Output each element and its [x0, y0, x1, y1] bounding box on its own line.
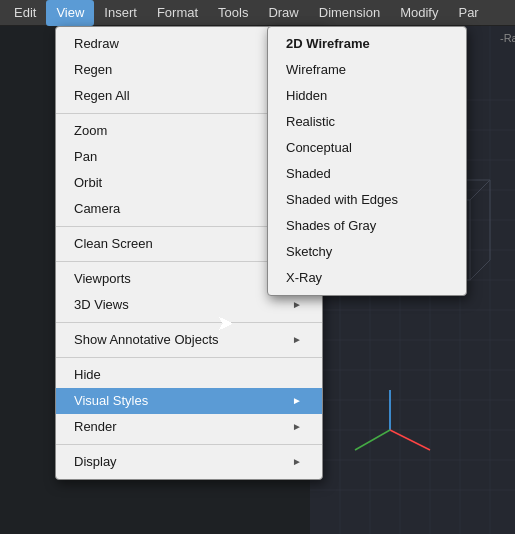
menu-dimension[interactable]: Dimension — [309, 0, 390, 26]
menu-item-conceptual[interactable]: Conceptual — [268, 135, 466, 161]
menu-item-2d-wireframe[interactable]: 2D Wireframe — [268, 31, 466, 57]
menu-item-shades-of-gray[interactable]: Shades of Gray — [268, 213, 466, 239]
menu-insert[interactable]: Insert — [94, 0, 147, 26]
menu-edit[interactable]: Edit — [4, 0, 46, 26]
menu-item-show-annotative[interactable]: Show Annotative Objects ► — [56, 327, 322, 353]
svg-text:-Ray: -Ray — [500, 32, 515, 44]
visual-styles-submenu: 2D Wireframe Wireframe Hidden Realistic … — [267, 26, 467, 296]
menu-item-render[interactable]: Render ► — [56, 414, 322, 440]
separator-5 — [56, 357, 322, 358]
menu-item-hide[interactable]: Hide — [56, 362, 322, 388]
menu-item-sketchy[interactable]: Sketchy — [268, 239, 466, 265]
separator-6 — [56, 444, 322, 445]
menu-format[interactable]: Format — [147, 0, 208, 26]
menu-modify[interactable]: Modify — [390, 0, 448, 26]
menu-item-xray[interactable]: X-Ray — [268, 265, 466, 291]
menu-draw[interactable]: Draw — [258, 0, 308, 26]
menu-item-realistic[interactable]: Realistic — [268, 109, 466, 135]
menu-tools[interactable]: Tools — [208, 0, 258, 26]
separator-4 — [56, 322, 322, 323]
menu-item-shaded[interactable]: Shaded — [268, 161, 466, 187]
menu-item-shaded-with-edges[interactable]: Shaded with Edges — [268, 187, 466, 213]
menu-item-hidden[interactable]: Hidden — [268, 83, 466, 109]
menu-item-display[interactable]: Display ► — [56, 449, 322, 475]
menu-par[interactable]: Par — [448, 0, 488, 26]
menubar: Edit View Insert Format Tools Draw Dimen… — [0, 0, 515, 26]
menu-view[interactable]: View — [46, 0, 94, 26]
menu-item-wireframe[interactable]: Wireframe — [268, 57, 466, 83]
menu-item-visual-styles[interactable]: Visual Styles ► — [56, 388, 322, 414]
